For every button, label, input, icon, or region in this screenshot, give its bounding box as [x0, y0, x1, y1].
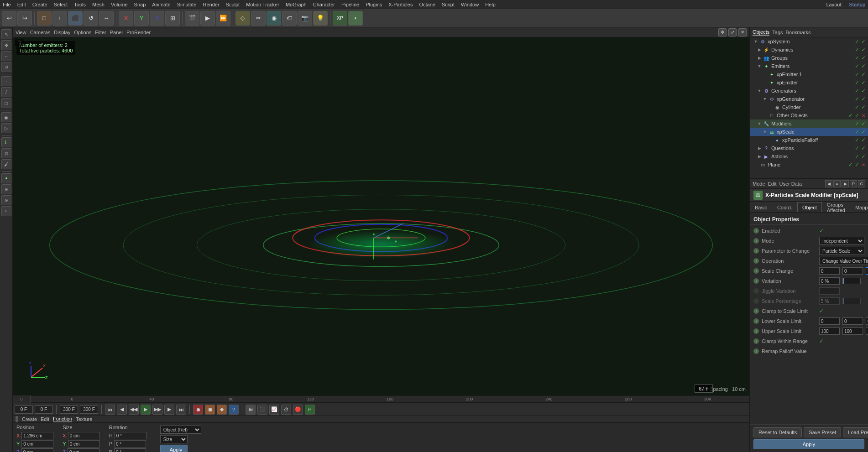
menu-pipeline[interactable]: Pipeline	[341, 2, 359, 7]
menu-volume[interactable]: Volume	[111, 2, 128, 7]
vp-tab-display[interactable]: Display	[54, 30, 70, 35]
tree-item-questions[interactable]: ▶ ? Questions ✓ ✓	[750, 144, 868, 152]
size-y-input[interactable]	[68, 440, 100, 447]
props-edit[interactable]: Edit	[768, 181, 777, 187]
tr-timeline2[interactable]: ⏱	[281, 405, 291, 415]
scale-y-input[interactable]	[842, 267, 863, 275]
vp-tab-filter[interactable]: Filter	[95, 30, 106, 35]
bp-handle[interactable]	[16, 416, 18, 422]
tree-item-generators[interactable]: ▼ ⚙ Generators ✓ ✓	[750, 87, 868, 95]
reset-defaults-button[interactable]: Reset to Defaults	[753, 427, 802, 437]
lt-select[interactable]: ↖	[1, 29, 11, 39]
render-region-button[interactable]: 🎬	[185, 11, 199, 26]
position-z-input[interactable]	[21, 448, 53, 452]
lower-x-input[interactable]	[819, 317, 840, 325]
menu-render[interactable]: Render	[203, 2, 219, 7]
menu-character[interactable]: Character	[313, 2, 335, 7]
props-mode[interactable]: Mode	[753, 181, 765, 187]
z-axis-button[interactable]: Z	[150, 11, 164, 26]
menu-sculpt[interactable]: Sculpt	[226, 2, 240, 7]
redo-button[interactable]: ↪	[17, 11, 32, 26]
save-preset-button[interactable]: Save Preset	[804, 427, 841, 437]
render-all-button[interactable]: ⏩	[216, 11, 230, 26]
tree-item-emitters[interactable]: ▼ ✦ Emitters ✓ ✓	[750, 62, 868, 70]
tree-item-emitter2[interactable]: ✦ xpEmitter ✓ ✓	[750, 78, 868, 87]
rot-h-input[interactable]	[115, 432, 146, 439]
upper-x-input[interactable]	[819, 327, 840, 335]
lt-edges[interactable]: /	[1, 87, 11, 97]
param-select[interactable]: Particle Scale	[819, 247, 864, 255]
help-button[interactable]: ?	[229, 405, 239, 415]
step-forward-button[interactable]: ▶	[164, 405, 174, 415]
y-axis-button[interactable]: Y	[134, 11, 149, 26]
tr-frame[interactable]: ⬛	[257, 405, 267, 415]
variation-slider[interactable]	[842, 278, 861, 284]
rot-b-input[interactable]	[114, 448, 146, 452]
size-z-input[interactable]	[68, 448, 99, 452]
add-button[interactable]: +	[52, 11, 67, 26]
props-nav-list[interactable]: ≡	[833, 180, 841, 187]
record-button[interactable]: ⏺	[193, 405, 203, 415]
props-userdata[interactable]: User Data	[779, 181, 802, 187]
tree-item-modifiers[interactable]: ▼ 🔧 Modifiers ✓ ✓	[750, 119, 868, 128]
camera-button[interactable]: 📷	[298, 11, 312, 26]
ot-tab-objects[interactable]: Objects	[753, 29, 769, 36]
size-mode-select[interactable]: Size	[160, 435, 188, 443]
tree-item-dynamics[interactable]: ▶ ⚡ Dynamics ✓ ✓	[750, 46, 868, 54]
light-button[interactable]: 💡	[313, 11, 328, 26]
step-back-button[interactable]: ◀	[117, 405, 127, 415]
tr-graph[interactable]: 📈	[269, 405, 279, 415]
max-frame-input[interactable]	[60, 405, 78, 414]
tab-coord[interactable]: Coord.	[772, 202, 797, 212]
new-object-button[interactable]: □	[37, 11, 52, 26]
menu-file[interactable]: File	[3, 2, 11, 7]
upper-z-input[interactable]	[866, 327, 868, 335]
menu-mograph[interactable]: MoGraph	[286, 2, 307, 7]
vp-tab-panel[interactable]: Panel	[110, 30, 123, 35]
viewport[interactable]: Number of emitters: 2 Total live particl…	[13, 37, 749, 395]
keyframe-button[interactable]: ◆	[217, 405, 227, 415]
vp-nav-maximize[interactable]: ⤢	[728, 28, 737, 36]
play-back-button[interactable]: ◀◀	[129, 405, 139, 415]
world-button[interactable]: ⊞	[165, 11, 180, 26]
menu-plugins[interactable]: Plugins	[366, 2, 382, 7]
lt-points[interactable]: ·	[1, 76, 11, 86]
apply-button[interactable]: Apply	[753, 439, 864, 449]
scale-pct-slider[interactable]	[842, 298, 861, 304]
tab-groups-affected[interactable]: Groups Affected	[822, 202, 850, 212]
props-icon-g[interactable]: G	[858, 180, 865, 187]
lt-xp1[interactable]: ✦	[1, 173, 11, 183]
polygon-button[interactable]: ◇	[235, 11, 250, 26]
tree-item-xpgenerator[interactable]: ▼ ⚙ xpGenerator ✓ ✓	[750, 95, 868, 103]
goto-end-button[interactable]: ⏭	[176, 405, 186, 415]
tab-mapping[interactable]: Mapping	[850, 202, 868, 212]
menu-edit[interactable]: Edit	[17, 2, 26, 7]
operation-select[interactable]: Change Value Over Time (Absolute)	[819, 257, 868, 265]
tree-item-plane[interactable]: ▭ Plane ✓ ✓ ✕	[750, 161, 868, 169]
end-frame-input[interactable]	[80, 405, 98, 414]
brush-button[interactable]: ✏	[251, 11, 266, 26]
menu-tools[interactable]: Tools	[74, 2, 86, 7]
ot-tab-tags[interactable]: Tags	[772, 30, 783, 35]
ot-tab-bookmarks[interactable]: Bookmarks	[786, 30, 811, 35]
menu-snap[interactable]: Snap	[134, 2, 146, 7]
tab-object[interactable]: Object	[797, 202, 822, 212]
scale-pct-input[interactable]	[819, 297, 840, 305]
vp-nav-cross[interactable]: ✥	[718, 28, 727, 36]
fps-input[interactable]	[35, 405, 53, 414]
tr-play2[interactable]: P	[305, 405, 315, 415]
vp-tab-cameras[interactable]: Cameras	[30, 30, 51, 35]
menu-octane[interactable]: Octane	[419, 2, 435, 7]
tree-item-cylinder[interactable]: ◉ Cylinder ✓ ✓	[750, 103, 868, 111]
menu-window[interactable]: Window	[461, 2, 479, 7]
lt-scale[interactable]: ↔	[1, 51, 11, 61]
menu-simulate[interactable]: Simulate	[177, 2, 197, 7]
lt-model[interactable]: ◉	[1, 112, 11, 122]
lt-move[interactable]: ✥	[1, 40, 11, 50]
mode-select[interactable]: Independent	[819, 237, 864, 245]
bp-tab-function[interactable]: Function	[53, 416, 72, 422]
tag-button[interactable]: 🏷	[282, 11, 297, 26]
lt-paint[interactable]: 🖌	[1, 159, 11, 169]
lt-xp4[interactable]: ≈	[1, 206, 11, 216]
props-nav-prev[interactable]: ◀	[825, 180, 832, 187]
